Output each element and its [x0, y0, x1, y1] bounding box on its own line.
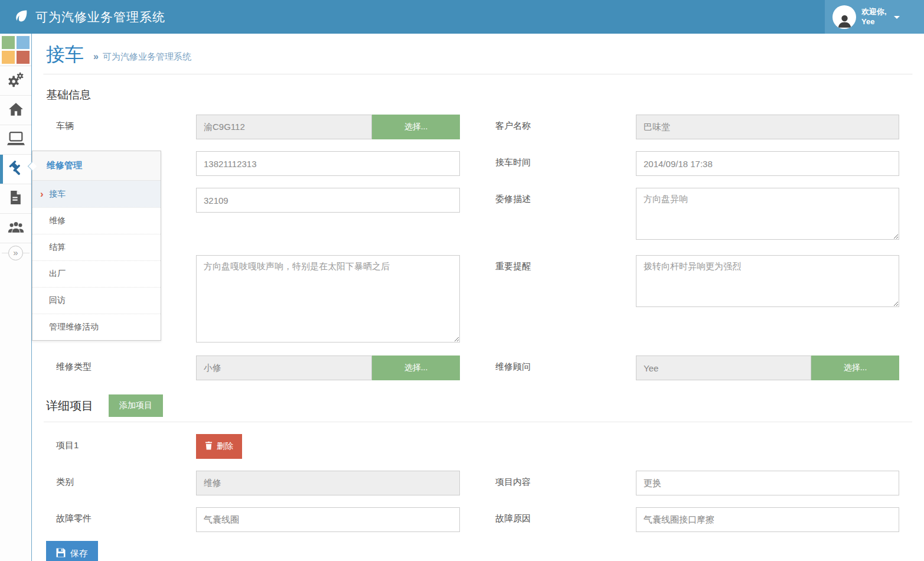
submenu-item-factory-out[interactable]: 出厂	[32, 260, 161, 287]
delete-item-button[interactable]: 删除	[196, 434, 242, 459]
home-icon	[8, 102, 24, 119]
save-icon	[56, 548, 66, 559]
leaf-logo-icon	[13, 8, 30, 27]
sidebar-item-repair-management[interactable]	[0, 155, 31, 184]
divider	[2, 253, 8, 253]
gavel-icon	[8, 161, 24, 178]
detail-item-form: 项目1 删除 类别 项目内容	[46, 434, 924, 532]
customer-label: 客户名称	[495, 115, 636, 132]
basic-info-section-title: 基础信息	[46, 87, 924, 103]
save-button-label: 保存	[70, 548, 88, 559]
important-note-label: 重要提醒	[495, 255, 636, 272]
form-row: 接车时间	[46, 151, 924, 176]
logo-square-green	[2, 36, 15, 49]
submenu-item-label: 结算	[49, 242, 66, 253]
laptop-icon	[7, 131, 25, 148]
fault-detail-textarea[interactable]: 方向盘嘎吱嘎吱声响，特别是在太阳下暴晒之后	[196, 255, 460, 343]
user-menu[interactable]: 欢迎你, Yee	[825, 0, 924, 34]
active-arrow-icon: ›	[40, 188, 44, 200]
advisor-select-button[interactable]: 选择...	[811, 355, 899, 380]
vehicle-input[interactable]	[196, 115, 372, 139]
users-icon	[7, 220, 25, 237]
save-button[interactable]: 保存	[46, 541, 98, 561]
important-note-textarea[interactable]: 拨转向杆时异响更为强烈	[636, 255, 899, 307]
form-row: 类别 项目内容	[46, 471, 924, 495]
submenu-title: 维修管理	[32, 151, 161, 181]
receive-time-input[interactable]	[636, 151, 899, 176]
logo-square-orange	[2, 51, 15, 64]
submenu-item-follow-up[interactable]: 回访	[32, 287, 161, 314]
item-content-input[interactable]	[636, 471, 899, 495]
breadcrumb-separator: »	[93, 51, 99, 62]
form-row: 委修描述 方向盘异响	[46, 188, 924, 240]
repair-type-input[interactable]	[196, 355, 372, 380]
form-row: 车辆 选择... 客户名称	[46, 115, 924, 139]
avatar	[832, 5, 856, 29]
page-title: 接车	[46, 41, 84, 67]
form-row: 故障零件 故障原因	[46, 507, 924, 532]
mileage-input[interactable]	[196, 188, 460, 213]
category-label: 类别	[46, 471, 196, 488]
vehicle-select-button[interactable]: 选择...	[372, 115, 460, 139]
receive-time-label: 接车时间	[495, 151, 636, 168]
form-row: 维修类型 选择... 维修顾问 选择...	[46, 355, 924, 380]
detail-items-section-title: 详细项目	[46, 398, 93, 414]
basic-info-form: 车辆 选择... 客户名称 接车时间	[46, 115, 924, 380]
repair-type-select-button[interactable]: 选择...	[372, 355, 460, 380]
fault-part-label: 故障零件	[46, 507, 196, 524]
customer-input[interactable]	[636, 115, 899, 139]
main-content: 接车 » 可为汽修业务管理系统 基础信息 车辆 选择... 客户名称	[32, 34, 924, 561]
submenu-item-label: 维修	[49, 216, 66, 226]
detail-items-section-header: 详细项目 添加项目	[44, 391, 912, 422]
vehicle-label: 车辆	[46, 115, 196, 132]
sidebar-item-documents[interactable]	[0, 184, 31, 214]
phone-input[interactable]	[196, 151, 460, 176]
repair-management-submenu: 维修管理 › 接车 维修 结算 出厂 回访 管理维修活动	[32, 151, 161, 341]
item-content-label: 项目内容	[495, 471, 636, 488]
advisor-input-group: 选择...	[636, 355, 899, 380]
app-logo-icon	[0, 34, 31, 66]
repair-type-label: 维修类型	[46, 355, 196, 373]
divider	[23, 253, 30, 253]
sidebar-item-settings[interactable]	[0, 66, 31, 96]
welcome-text: 欢迎你,	[861, 7, 887, 17]
submenu-item-label: 管理维修活动	[49, 322, 99, 332]
item-header-row: 项目1 删除	[46, 434, 924, 459]
sidebar-collapse-toggle[interactable]: »	[0, 243, 31, 262]
submenu-item-label: 接车	[49, 189, 66, 200]
entrust-desc-textarea[interactable]: 方向盘异响	[636, 188, 899, 240]
gears-icon	[8, 71, 24, 90]
sidebar: »	[0, 34, 32, 561]
add-item-button[interactable]: 添加项目	[109, 394, 163, 417]
double-chevron-right-icon: »	[8, 246, 23, 260]
app-brand: 可为汽修业务管理系统	[0, 8, 165, 27]
top-navbar: 可为汽修业务管理系统 欢迎你, Yee	[0, 0, 924, 34]
advisor-input[interactable]	[636, 355, 811, 380]
breadcrumb: » 可为汽修业务管理系统	[93, 47, 191, 63]
submenu-item-settlement[interactable]: 结算	[32, 234, 161, 260]
user-welcome: 欢迎你, Yee	[861, 7, 887, 27]
vehicle-input-group: 选择...	[196, 115, 460, 139]
sidebar-item-customers[interactable]	[0, 214, 31, 243]
sidebar-item-workstation[interactable]	[0, 125, 31, 155]
document-icon	[9, 190, 22, 207]
delete-button-label: 删除	[217, 441, 233, 452]
app-title: 可为汽修业务管理系统	[35, 9, 165, 25]
submenu-item-manage-activities[interactable]: 管理维修活动	[32, 314, 161, 340]
submenu-item-receive[interactable]: › 接车	[32, 181, 161, 207]
logo-square-red	[17, 51, 30, 64]
fault-reason-label: 故障原因	[495, 507, 636, 524]
page-header: 接车 » 可为汽修业务管理系统	[44, 34, 912, 74]
form-row: 方向盘嘎吱嘎吱声响，特别是在太阳下暴晒之后 重要提醒 拨转向杆时异响更为强烈	[46, 255, 924, 343]
sidebar-item-home[interactable]	[0, 96, 31, 125]
repair-type-input-group: 选择...	[196, 355, 460, 380]
trash-icon	[205, 441, 213, 452]
submenu-item-repair[interactable]: 维修	[32, 207, 161, 234]
breadcrumb-text: 可为汽修业务管理系统	[103, 51, 191, 63]
logo-square-blue	[17, 36, 30, 49]
category-input[interactable]	[196, 471, 460, 495]
submenu-item-label: 回访	[49, 295, 66, 306]
fault-reason-input[interactable]	[636, 507, 899, 532]
item-name: 项目1	[46, 434, 196, 451]
fault-part-input[interactable]	[196, 507, 460, 532]
